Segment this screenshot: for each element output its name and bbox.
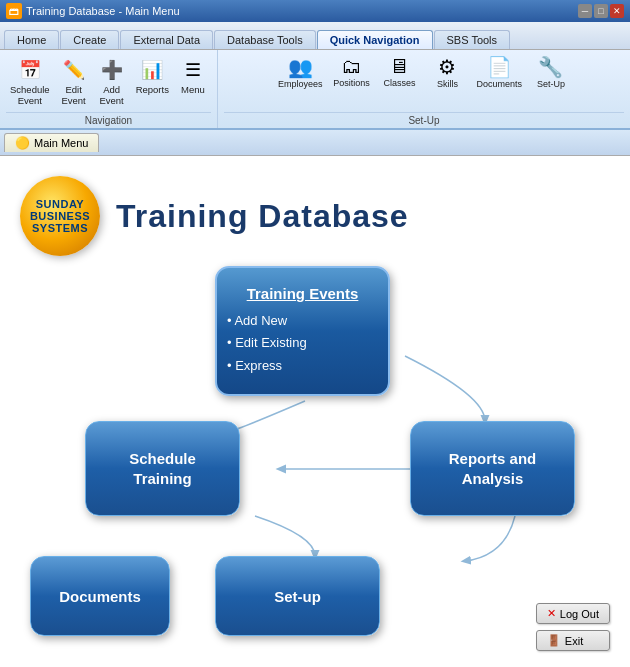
logo-line1: SUNDAY — [36, 198, 84, 210]
logo-line3: SYSTEMS — [32, 222, 88, 234]
setup-ribbon-label: Set-Up — [537, 79, 565, 89]
skills-icon: ⚙ — [438, 55, 456, 79]
title-bar: 🗃 Training Database - Main Menu ─ □ ✕ — [0, 0, 630, 22]
logout-btn[interactable]: ✕ Log Out — [536, 603, 610, 624]
documents-ribbon-icon: 📄 — [487, 55, 512, 79]
title-bar-text: Training Database - Main Menu — [26, 5, 574, 17]
reports-icon: 📊 — [138, 56, 166, 84]
training-events-item-3: • Express — [227, 355, 282, 377]
edit-event-label: EditEvent — [61, 84, 85, 107]
app-icon: 🗃 — [6, 3, 22, 19]
training-events-item-1: • Add New — [227, 310, 287, 332]
tab-strip: 🟡 Main Menu — [0, 130, 630, 156]
page-title: Training Database — [116, 198, 409, 235]
ribbon-group-navigation: 📅 ScheduleEvent ✏️ EditEvent ➕ AddEvent … — [0, 50, 218, 128]
classes-label: Classes — [383, 78, 415, 88]
schedule-event-icon: 📅 — [16, 56, 44, 84]
menu-btn[interactable]: ☰ Menu — [175, 54, 211, 97]
main-menu-tab-icon: 🟡 — [15, 136, 30, 150]
nav-diagram: Training Events • Add New • Edit Existin… — [20, 266, 610, 646]
edit-event-btn[interactable]: ✏️ EditEvent — [56, 54, 92, 109]
training-events-title: Training Events — [247, 285, 359, 302]
navigation-buttons: 📅 ScheduleEvent ✏️ EditEvent ➕ AddEvent … — [6, 54, 211, 110]
logo-line2: BUSINESS — [30, 210, 90, 222]
classes-btn[interactable]: 🖥 Classes — [377, 54, 421, 89]
schedule-training-btn[interactable]: ScheduleTraining — [85, 421, 240, 516]
tab-database-tools[interactable]: Database Tools — [214, 30, 316, 49]
minimize-btn[interactable]: ─ — [578, 4, 592, 18]
documents-ribbon-btn[interactable]: 📄 Documents — [473, 54, 525, 90]
add-event-icon: ➕ — [98, 56, 126, 84]
main-menu-content: SUNDAY BUSINESS SYSTEMS Training Databas… — [0, 156, 630, 667]
skills-btn[interactable]: ⚙ Skills — [425, 54, 469, 90]
documents-ribbon-label: Documents — [476, 79, 522, 89]
tab-external-data[interactable]: External Data — [120, 30, 213, 49]
employees-icon: 👥 — [288, 55, 313, 79]
positions-icon: 🗂 — [341, 55, 361, 78]
company-logo: SUNDAY BUSINESS SYSTEMS — [20, 176, 100, 256]
menu-label: Menu — [181, 84, 205, 95]
ribbon-group-setup: 👥 Employees 🗂 Positions 🖥 Classes ⚙ Skil… — [218, 50, 630, 128]
close-btn[interactable]: ✕ — [610, 4, 624, 18]
tab-home[interactable]: Home — [4, 30, 59, 49]
reports-btn[interactable]: 📊 Reports — [132, 54, 173, 97]
edit-event-icon: ✏️ — [60, 56, 88, 84]
schedule-event-label: ScheduleEvent — [10, 84, 50, 107]
maximize-btn[interactable]: □ — [594, 4, 608, 18]
skills-label: Skills — [437, 79, 458, 89]
setup-ribbon-icon: 🔧 — [538, 55, 563, 79]
training-events-btn[interactable]: Training Events • Add New • Edit Existin… — [215, 266, 390, 396]
add-event-label: AddEvent — [99, 84, 123, 107]
ribbon-tab-bar: Home Create External Data Database Tools… — [0, 22, 630, 50]
training-events-item-2: • Edit Existing — [227, 332, 307, 354]
reports-label: Reports — [136, 84, 169, 95]
setup-ribbon-btn[interactable]: 🔧 Set-Up — [529, 54, 573, 90]
documents-btn[interactable]: Documents — [30, 556, 170, 636]
positions-label: Positions — [333, 78, 370, 88]
documents-label: Documents — [59, 588, 141, 605]
tab-sbs-tools[interactable]: SBS Tools — [434, 30, 511, 49]
exit-label: Exit — [565, 635, 583, 647]
setup-btn[interactable]: Set-up — [215, 556, 380, 636]
positions-btn[interactable]: 🗂 Positions — [329, 54, 373, 89]
exit-btn[interactable]: 🚪 Exit — [536, 630, 610, 651]
logout-icon: ✕ — [547, 607, 556, 620]
classes-icon: 🖥 — [389, 55, 409, 78]
ribbon: 📅 ScheduleEvent ✏️ EditEvent ➕ AddEvent … — [0, 50, 630, 130]
schedule-training-label: ScheduleTraining — [129, 449, 196, 488]
add-event-btn[interactable]: ➕ AddEvent — [94, 54, 130, 109]
bottom-right-buttons: ✕ Log Out 🚪 Exit — [536, 603, 610, 651]
employees-label: Employees — [278, 79, 323, 89]
tab-create[interactable]: Create — [60, 30, 119, 49]
schedule-event-btn[interactable]: 📅 ScheduleEvent — [6, 54, 54, 109]
setup-buttons: 👥 Employees 🗂 Positions 🖥 Classes ⚙ Skil… — [224, 54, 624, 110]
navigation-group-label: Navigation — [6, 112, 211, 126]
menu-icon: ☰ — [179, 56, 207, 84]
tab-quick-navigation[interactable]: Quick Navigation — [317, 30, 433, 49]
logo-area: SUNDAY BUSINESS SYSTEMS Training Databas… — [20, 176, 610, 256]
reports-analysis-btn[interactable]: Reports andAnalysis — [410, 421, 575, 516]
exit-icon: 🚪 — [547, 634, 561, 647]
main-menu-tab[interactable]: 🟡 Main Menu — [4, 133, 99, 152]
logout-label: Log Out — [560, 608, 599, 620]
employees-btn[interactable]: 👥 Employees — [275, 54, 326, 90]
setup-label: Set-up — [274, 588, 321, 605]
reports-analysis-label: Reports andAnalysis — [449, 449, 537, 488]
setup-group-label: Set-Up — [224, 112, 624, 126]
main-menu-tab-label: Main Menu — [34, 137, 88, 149]
title-bar-buttons: ─ □ ✕ — [578, 4, 624, 18]
